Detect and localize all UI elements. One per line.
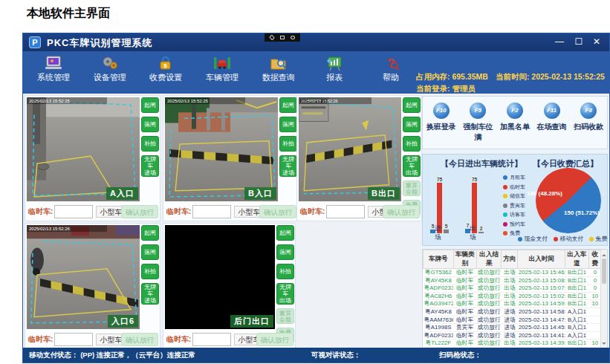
camera-button-落闸[interactable]: 落闸 (141, 117, 159, 132)
table-row[interactable]: 粤ADF0233临时车成功放行进场2025-02-13 14:41:19A入口1 (424, 331, 602, 339)
confirm-release-button[interactable]: 确认放行 (256, 333, 293, 346)
plate-input[interactable] (192, 205, 231, 218)
toolbar-item-报表[interactable]: 报表 (310, 53, 359, 92)
toolbar-item-设备管理[interactable]: 设备管理 (85, 53, 134, 92)
table-header-出入时间[interactable]: 出入时间 (518, 250, 565, 269)
camera-button-补拍[interactable]: 补拍 (141, 136, 159, 152)
camera-button-落闸[interactable]: 落闸 (141, 244, 159, 260)
camera-button-无牌车出场[interactable]: 无牌车 出场 (403, 155, 421, 177)
camera-button-落闸[interactable]: 落闸 (276, 244, 294, 260)
camera-button-起闸[interactable]: 起闸 (141, 225, 159, 241)
table-row[interactable]: 粤AG39472临时车成功放行出场2025-02-13 14:59:00B出口1… (424, 300, 602, 308)
table-row[interactable]: 粤AC82H6临时车成功放行出场2025-02-13 15:02:45B出口11… (424, 292, 602, 300)
plate-input[interactable] (326, 205, 365, 218)
camera-button-补拍[interactable]: 补拍 (279, 136, 297, 152)
table-header-出入结果[interactable]: 出入结果 (476, 250, 502, 269)
camera-button-无牌车进场[interactable]: 无牌车 进场 (141, 155, 159, 177)
table-header-收费[interactable]: 收费 (588, 250, 601, 269)
scroll-thumb[interactable] (602, 259, 606, 284)
overlay-toolbar[interactable] (265, 33, 300, 42)
table-row[interactable]: 粤ADF0233临时车成功放行出场2025-02-13 15:07:55B出口1… (424, 285, 602, 293)
main-toolbar: 系统管理设备管理$收费设置车辆管理数据查询报表?帮助 占用内存: 695.35M… (23, 51, 609, 94)
cell-time: 2025-02-13 14:58:21 (518, 308, 565, 316)
app-logo: P (29, 36, 41, 48)
fkey-label: 强制车位满 (460, 122, 496, 143)
minimize-button[interactable]: — (553, 36, 566, 48)
plate-input[interactable] (54, 333, 93, 346)
confirm-release-button[interactable]: 确认放行 (383, 205, 420, 218)
camera-panel-后门出口: 后门出口起闸落闸补拍无牌车 出场重算 金额免费 放行临时车:小型车确认放行 (163, 223, 296, 349)
camera-video-入口6[interactable]: 2025/02/13 15:52:26入口6 (27, 225, 140, 329)
camera-button-补拍[interactable]: 补拍 (403, 136, 421, 152)
cell-dir: 出场 (502, 292, 518, 300)
scroll-up-icon[interactable] (602, 252, 606, 256)
fkey-F8[interactable]: F8扫码收款 (571, 103, 606, 149)
fkey-F10[interactable]: F10换班登录 (424, 103, 459, 149)
fkey-F5[interactable]: F5强制车位满 (460, 103, 496, 149)
camera-control-row: 临时车:小型车确认放行 (28, 332, 160, 347)
cell-dir: 出场 (502, 300, 518, 308)
title-bar[interactable]: P PKC车牌识别管理系统 — ☐ ✕ (23, 33, 609, 51)
camera-video-B入口[interactable]: 2025/02/13 15:52:25B入口 (165, 97, 278, 201)
table-row[interactable]: 粤AAM7636临时车成功放行进场2025-02-13 14:47:32B入口1 (424, 316, 602, 324)
camera-button-起闸[interactable]: 起闸 (403, 97, 421, 113)
table-header-车辆类别[interactable]: 车辆类别 (453, 250, 476, 269)
close-button[interactable]: ✕ (590, 36, 603, 48)
toolbar-item-系统管理[interactable]: 系统管理 (29, 53, 78, 92)
camera-button-落闸[interactable]: 落闸 (279, 117, 297, 132)
toolbar-item-数据查询[interactable]: 数据查询 (254, 53, 303, 92)
camera-button-起闸[interactable]: 起闸 (141, 97, 159, 113)
help-icon: ? (366, 55, 415, 71)
camera-control-row: 临时车:小型车确认放行 (166, 332, 296, 347)
camera-video-后门出口[interactable]: 后门出口 (165, 225, 275, 329)
table-header-方向[interactable]: 方向 (502, 250, 518, 269)
confirm-release-button[interactable]: 确认放行 (121, 333, 158, 346)
table-row[interactable]: 粤A1998S贵宾车成功放行进场2025-02-13 14:45:28B入口1 (424, 324, 602, 332)
fkey-sphere-icon: F10 (433, 103, 450, 119)
table-header-出入车道[interactable]: 出入车道 (565, 250, 588, 269)
camera-panel-入口6: 2025/02/13 15:52:26入口6起闸落闸补拍无牌车 进场临时车:小型… (25, 223, 160, 349)
screen-icon[interactable] (280, 36, 285, 39)
table-header-车牌号[interactable]: 车牌号 (424, 250, 454, 269)
plate-input[interactable] (192, 333, 231, 346)
fkey-F11[interactable]: F11在场查询 (534, 103, 570, 149)
legend-dot (503, 175, 507, 180)
camera-button-起闸[interactable]: 起闸 (276, 225, 294, 241)
table-row[interactable]: 粤GT5362临时车成功放行出场2025-02-13 15:46:04B出口10 (424, 269, 602, 277)
bar-group-出场: 7752出场 (465, 183, 484, 233)
camera-button-无牌车进场[interactable]: 无牌车 进场 (279, 155, 297, 177)
confirm-release-button[interactable]: 确认放行 (259, 205, 296, 218)
table-row[interactable]: 粤AY45K8临时车成功放行进场2025-02-13 14:58:21A入口1 (424, 308, 602, 316)
camera-button-补拍[interactable]: 补拍 (276, 264, 294, 279)
settings-icon[interactable] (291, 36, 295, 39)
camera-button-起闸[interactable]: 起闸 (279, 97, 297, 113)
mobile-pay-status: 移动支付状态： (PP) 连接正常，（云平台）连接正常 (29, 348, 195, 363)
plate-input[interactable] (54, 205, 93, 218)
camera-video-A入口[interactable]: 2025/02/13 15:52:25A入口 (27, 97, 140, 201)
cell-time: 2025-02-13 14:41:19 (518, 331, 565, 339)
table-scrollbar[interactable] (600, 250, 607, 349)
camera-button-column: 起闸落闸补拍无牌车 出场重算 金额免费 放行 (276, 225, 294, 343)
toolbar-item-收费设置[interactable]: $收费设置 (141, 53, 190, 92)
camera-button-无牌车出场[interactable]: 无牌车 出场 (276, 283, 294, 305)
table-row[interactable]: 粤TL222F临时车成功放行出场2025-02-13 14:39:03B出口11… (424, 339, 602, 348)
maximize-button[interactable]: ☐ (572, 36, 585, 48)
camera-video-B出口[interactable]: 2025/02/13 15:52:26B出口 (299, 97, 401, 201)
cell-fee (588, 331, 601, 339)
confirm-release-button[interactable]: 确认放行 (121, 205, 158, 218)
vehicle-class-label: 临时车: (28, 334, 53, 345)
fkey-F2[interactable]: F2加黑名单 (497, 103, 533, 149)
camera-button-补拍[interactable]: 补拍 (141, 264, 159, 279)
cell-dir: 出场 (502, 339, 518, 348)
scroll-down-icon[interactable] (602, 342, 606, 347)
camera-button-落闸[interactable]: 落闸 (403, 117, 421, 132)
camera-button-无牌车进场[interactable]: 无牌车 进场 (141, 283, 159, 305)
toolbar-item-帮助[interactable]: ?帮助 (366, 53, 415, 92)
camera-button-重算金额[interactable]: 重算 金额 (403, 181, 421, 196)
table-row[interactable]: 粤AY45K8临时车成功放行出场2025-02-13 15:08:30B出口10 (424, 276, 602, 285)
camera-name-label: B入口 (244, 187, 276, 200)
camera-button-重算金额[interactable]: 重算 金额 (276, 308, 294, 324)
resize-icon[interactable] (269, 35, 275, 41)
records-table[interactable]: 车牌号车辆类别出入结果方向出入时间出入车道收费 粤GT5362临时车成功放行出场… (423, 250, 602, 350)
toolbar-item-车辆管理[interactable]: 车辆管理 (198, 53, 247, 92)
